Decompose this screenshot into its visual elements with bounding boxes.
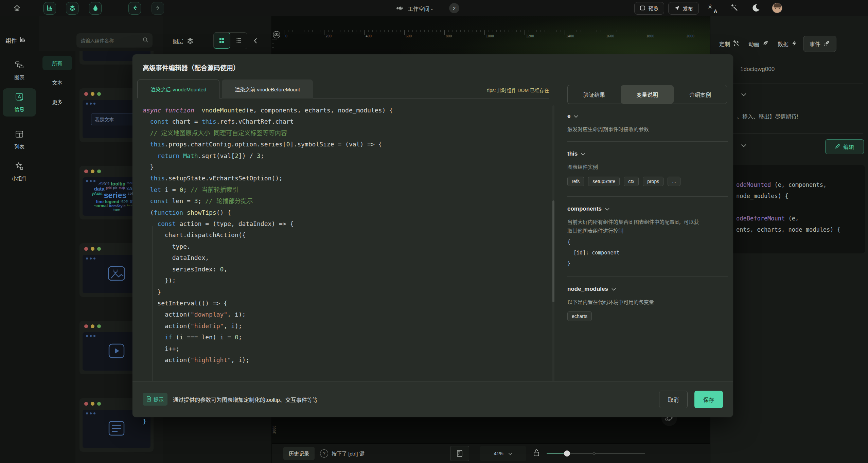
search-input[interactable]: 请输入组件名称 xyxy=(76,33,153,48)
bar-chart-icon xyxy=(47,4,53,13)
toolbar-divider xyxy=(118,4,118,12)
video-play-icon xyxy=(108,343,125,360)
zoom-slider[interactable] xyxy=(547,453,645,454)
sidebar-item-list[interactable]: 列表 xyxy=(3,126,36,154)
search-placeholder: 请输入组件名称 xyxy=(81,37,142,44)
chevron-down-icon[interactable] xyxy=(741,143,746,149)
editor-scrollbar[interactable] xyxy=(552,105,554,416)
unlock-icon[interactable] xyxy=(533,449,540,458)
grid-view-button[interactable] xyxy=(213,32,230,49)
code-line: action("downplay", i); xyxy=(143,309,544,320)
tab-validation-result[interactable]: 验证结果 xyxy=(568,85,621,104)
wordcloud-word: itemStyle xyxy=(109,204,126,208)
chevron-down-icon xyxy=(605,206,609,212)
doc-section-this[interactable]: this xyxy=(567,150,728,157)
redo-button[interactable] xyxy=(152,2,164,15)
chart-tool-button[interactable] xyxy=(43,2,56,15)
doc-section-components[interactable]: components xyxy=(567,206,728,212)
sidebar-item-info[interactable]: 信息 xyxy=(3,88,36,117)
undo-button[interactable] xyxy=(128,2,141,15)
ruler-label: 800 xyxy=(446,34,452,38)
code-line: if (i === len) i = 0; xyxy=(143,332,544,343)
code-line: const chart = this.refs.vChartRef.chart xyxy=(143,116,544,127)
tab-variable-docs[interactable]: 变量说明 xyxy=(621,85,674,104)
layers-tool-button[interactable] xyxy=(66,2,78,15)
history-button[interactable]: 历史记录 xyxy=(283,447,315,460)
wordcloud-word: series xyxy=(104,192,127,199)
rocket-icon xyxy=(823,40,830,48)
category-tab-more[interactable]: 更多 xyxy=(42,94,72,109)
slider-detent xyxy=(593,452,596,455)
droplet-icon xyxy=(92,4,99,13)
tab-vnode-before-mount[interactable]: 渲染之前-vnodeBeforeMount xyxy=(222,79,313,99)
tab-examples[interactable]: 介绍案例 xyxy=(674,85,727,104)
help-icon[interactable]: ? xyxy=(320,449,328,458)
tab-events[interactable]: 事件 xyxy=(803,36,836,52)
image-icon xyxy=(107,265,126,283)
chart-mini-icon xyxy=(20,36,26,44)
sidebar-item-widgets[interactable]: 小组件 xyxy=(3,158,36,186)
code-line: ents, echarts, node_modules) { xyxy=(736,224,865,235)
theme-tool-button[interactable] xyxy=(89,2,102,15)
moon-icon[interactable] xyxy=(751,3,760,12)
wordcloud-word: normal xyxy=(94,204,108,208)
ruler-label: 200 xyxy=(325,34,332,38)
chevron-down-icon[interactable] xyxy=(741,92,746,98)
home-icon[interactable] xyxy=(13,4,21,12)
code-line: type, xyxy=(143,241,544,252)
variable-chip: refs xyxy=(567,177,584,186)
zoom-select[interactable]: 41% xyxy=(480,446,526,461)
category-tab-all[interactable]: 所有 xyxy=(42,56,72,70)
top-bar: 工作空间 - 2 预览 发布 文 A xyxy=(0,0,868,16)
events-teaser-text: 、移入、移出】尽情期待! xyxy=(737,112,798,120)
collapse-chevron-icon[interactable] xyxy=(253,37,258,44)
divider xyxy=(732,84,863,84)
magic-wand-icon[interactable] xyxy=(730,4,739,12)
horizontal-ruler: 0200400600800100012001400160018002000 xyxy=(281,30,710,39)
flow-chart-icon xyxy=(15,60,24,70)
sidebar-item-charts[interactable]: 图表 xyxy=(3,56,36,85)
code-editor[interactable]: async function vnodeMounted(e, component… xyxy=(143,105,544,418)
doc-section-node-modules[interactable]: node_modules xyxy=(567,286,728,292)
variable-chip: ... xyxy=(668,177,680,186)
list-view-button[interactable] xyxy=(230,33,247,49)
code-line: setInterval(() => { xyxy=(143,298,544,309)
variable-chip: setupState xyxy=(588,177,620,186)
event-code-preview[interactable]: odeMounted (e, components,node_modules) … xyxy=(727,165,865,253)
tab-data[interactable]: 数据 xyxy=(778,40,797,48)
divider xyxy=(163,51,272,51)
code-line: chart.dispatchAction({ xyxy=(143,229,544,241)
modal-title: 高级事件编辑器（配合源码使用） xyxy=(143,63,240,72)
thumbnail-toggle-button[interactable] xyxy=(450,446,469,461)
cancel-button[interactable]: 取消 xyxy=(659,391,688,408)
docs-panel: 验证结果 变量说明 介绍案例 e 触发对应生命周期事件时接收的参数 this 图… xyxy=(567,85,728,401)
workspace-badge: 2 xyxy=(449,3,459,13)
components-code-sample: { [id]: component } xyxy=(567,237,728,269)
workspace-title: 工作空间 - xyxy=(408,4,433,13)
code-line: i++; xyxy=(143,343,544,354)
edit-button[interactable]: 编辑 xyxy=(825,139,864,154)
divider xyxy=(732,133,863,133)
pencil-icon xyxy=(835,143,840,150)
tab-customize[interactable]: 定制 xyxy=(719,40,740,48)
tab-vnode-mounted[interactable]: 渲染之后-vnodeMounted xyxy=(137,79,219,99)
slider-handle[interactable] xyxy=(564,450,570,457)
wordcloud-word: tooltip xyxy=(111,182,125,186)
publish-button[interactable]: 发布 xyxy=(668,2,699,15)
category-tab-text[interactable]: 文本 xyxy=(42,75,72,90)
browser-icon xyxy=(640,5,645,12)
hint-text: 通过提供的参数可为图表增加定制化的tooltip、交互事件等等 xyxy=(173,395,318,404)
avatar[interactable] xyxy=(772,3,782,13)
translate-icon[interactable]: 文 A xyxy=(708,3,718,13)
code-line: seriesIndex: 0, xyxy=(143,264,544,275)
code-line: action("hideTip", i); xyxy=(143,320,544,332)
doc-section-e[interactable]: e xyxy=(567,113,728,120)
form-icon xyxy=(107,420,126,438)
save-button[interactable]: 保存 xyxy=(694,391,723,408)
code-line: this.props.chartConfig.option.series[0].… xyxy=(143,139,544,150)
layer-view-toggle xyxy=(213,32,247,49)
tab-animation[interactable]: 动画 xyxy=(748,40,769,48)
eye-icon[interactable] xyxy=(272,31,281,40)
chevron-down-icon xyxy=(581,150,585,157)
preview-button[interactable]: 预览 xyxy=(634,2,664,15)
